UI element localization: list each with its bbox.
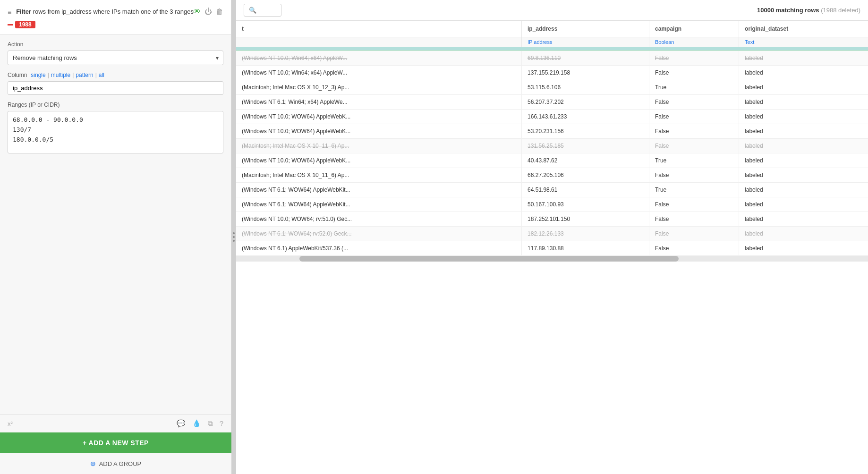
cell-ip_address: 40.43.87.62 — [522, 153, 649, 168]
cell-ip_address: 117.89.130.88 — [522, 241, 649, 256]
cell-ip_address: 53.20.231.156 — [522, 124, 649, 139]
cell-ip_address: 182.12.26.133 — [522, 227, 649, 241]
table-wrapper[interactable]: t ip_address campaign original_dataset I… — [236, 21, 868, 474]
cell-original_dataset: labeled — [739, 110, 868, 124]
power-icon[interactable]: ⏻ — [204, 8, 212, 16]
search-icon: 🔍 — [249, 7, 256, 14]
col-header-campaign: campaign — [649, 21, 739, 37]
horizontal-scrollbar[interactable] — [236, 256, 868, 262]
cell-original_dataset: labeled — [739, 153, 868, 168]
cell-campaign: False — [649, 168, 739, 183]
cell-t: (Windows NT 10.0; WOW64; rv:51.0) Gec... — [236, 212, 522, 227]
help-icon[interactable]: ? — [220, 419, 223, 428]
divider-dot-2 — [233, 236, 235, 238]
cell-campaign: False — [649, 95, 739, 110]
table-row: (Windows NT 10.0; WOW64; rv:51.0) Gec...… — [236, 212, 868, 227]
cell-campaign: True — [649, 153, 739, 168]
filter-header: ≡ Filter rows from ip_address where IPs … — [0, 0, 231, 34]
divider-dot-1 — [233, 232, 235, 234]
table-row: (Windows NT 10.0; WOW64) AppleWebK...40.… — [236, 153, 868, 168]
cell-ip_address: 137.155.219.158 — [522, 66, 649, 80]
cell-t: (Windows NT 6.1; WOW64) AppleWebKit... — [236, 183, 522, 197]
cell-t: (Windows NT 6.1; Win64; x64) AppleWe... — [236, 95, 522, 110]
cell-original_dataset: labeled — [739, 241, 868, 256]
table-row: (Windows NT 6.1; WOW64) AppleWebKit...64… — [236, 183, 868, 197]
deleted-count-badge: 1988 — [15, 21, 35, 28]
copy-icon[interactable]: ⧉ — [208, 419, 213, 428]
cell-t: (Windows NT 6.1; WOW64; rv:52.0) Geck... — [236, 227, 522, 241]
cell-original_dataset: labeled — [739, 168, 868, 183]
plus-circle-icon: ⊕ — [90, 460, 96, 467]
cell-original_dataset: labeled — [739, 183, 868, 197]
cell-original_dataset: labeled — [739, 212, 868, 227]
table-header-bar: 🔍 10000 matching rows (1988 deleted) — [236, 0, 868, 21]
table-row: (Windows NT 6.1) AppleWebKit/537.36 (...… — [236, 241, 868, 256]
cell-t: (Macintosh; Intel Mac OS X 10_11_6) Ap..… — [236, 139, 522, 153]
add-step-button[interactable]: + ADD A NEW STEP — [0, 432, 231, 453]
cell-ip_address: 131.56.25.185 — [522, 139, 649, 153]
panel-divider[interactable] — [231, 0, 236, 474]
table-row: (Macintosh; Intel Mac OS X 10_11_6) Ap..… — [236, 139, 868, 153]
table-row: (Windows NT 10.0; WOW64) AppleWebK...166… — [236, 110, 868, 124]
cell-campaign: False — [649, 241, 739, 256]
cell-t: (Windows NT 10.0; Win64; x64) AppleW... — [236, 51, 522, 66]
table-row: (Windows NT 10.0; WOW64) AppleWebK...53.… — [236, 124, 868, 139]
table-row: (Windows NT 10.0; Win64; x64) AppleW...6… — [236, 51, 868, 66]
table-row: (Windows NT 6.1; Win64; x64) AppleWe...5… — [236, 95, 868, 110]
cell-t: (Macintosh; Intel Mac OS X 10_12_3) Ap..… — [236, 80, 522, 95]
cell-ip_address: 56.207.37.202 — [522, 95, 649, 110]
cell-t: (Macintosh; Intel Mac OS X 10_11_6) Ap..… — [236, 168, 522, 183]
cell-ip_address: 166.143.61.233 — [522, 110, 649, 124]
cell-ip_address: 69.8.136.110 — [522, 51, 649, 66]
col-header-t: t — [236, 21, 522, 37]
ranges-textarea[interactable]: 68.0.0.0 - 90.0.0.0 130/7 180.0.0.0/5 — [8, 111, 223, 153]
cell-ip_address: 66.27.205.106 — [522, 168, 649, 183]
scrollbar-thumb[interactable] — [299, 256, 679, 262]
column-label: Column — [8, 72, 27, 78]
cell-original_dataset: labeled — [739, 139, 868, 153]
panel-footer: x² 💬 💧 ⧉ ? — [0, 414, 231, 432]
cell-t: (Windows NT 10.0; WOW64) AppleWebK... — [236, 124, 522, 139]
cell-original_dataset: labeled — [739, 80, 868, 95]
table-row: (Windows NT 6.1; WOW64; rv:52.0) Geck...… — [236, 227, 868, 241]
col-type-campaign: Boolean — [649, 37, 739, 47]
cell-original_dataset: labeled — [739, 124, 868, 139]
search-box[interactable]: 🔍 — [244, 4, 281, 17]
cell-t: (Windows NT 6.1) AppleWebKit/537.36 (... — [236, 241, 522, 256]
cell-original_dataset: labeled — [739, 51, 868, 66]
comment-icon[interactable]: 💬 — [177, 419, 186, 428]
column-option-all[interactable]: all — [99, 72, 104, 78]
cell-campaign: False — [649, 227, 739, 241]
table-header-row: t ip_address campaign original_dataset — [236, 21, 868, 37]
action-select[interactable]: Remove matching rows — [8, 51, 223, 65]
col-header-ip-address: ip_address — [522, 21, 649, 37]
data-table: t ip_address campaign original_dataset I… — [236, 21, 868, 256]
column-option-pattern[interactable]: pattern — [76, 72, 93, 78]
delete-icon[interactable]: 🗑 — [216, 8, 223, 16]
hamburger-icon[interactable]: ≡ — [8, 8, 11, 16]
add-group-button[interactable]: ⊕ ADD A GROUP — [0, 453, 231, 474]
action-label: Action — [8, 41, 223, 48]
cell-ip_address: 187.252.101.150 — [522, 212, 649, 227]
ranges-label: Ranges (IP or CIDR) — [8, 102, 223, 108]
action-select-wrapper[interactable]: Remove matching rows ▾ — [8, 51, 223, 65]
col-type-row: IP address Boolean Text — [236, 37, 868, 47]
cell-campaign: False — [649, 66, 739, 80]
cell-original_dataset: labeled — [739, 66, 868, 80]
column-option-multiple[interactable]: multiple — [51, 72, 70, 78]
droplet-icon[interactable]: 💧 — [192, 419, 201, 428]
filter-description: Filter rows from ip_address where IPs ma… — [16, 8, 223, 16]
table-row: (Windows NT 10.0; Win64; x64) AppleW...1… — [236, 66, 868, 80]
matching-info: 10000 matching rows (1988 deleted) — [757, 7, 860, 14]
divider-dot-3 — [233, 240, 235, 242]
column-option-single[interactable]: single — [31, 72, 45, 78]
cell-t: (Windows NT 10.0; Win64; x64) AppleW... — [236, 66, 522, 80]
cell-t: (Windows NT 10.0; WOW64) AppleWebK... — [236, 110, 522, 124]
column-input[interactable] — [8, 81, 223, 95]
filter-body: Action Remove matching rows ▾ Column sin… — [0, 34, 231, 414]
visibility-icon[interactable]: 👁 — [193, 8, 201, 16]
cell-campaign: True — [649, 183, 739, 197]
cell-campaign: True — [649, 80, 739, 95]
cell-ip_address: 64.51.98.61 — [522, 183, 649, 197]
filter-highlight-row — [236, 47, 868, 51]
